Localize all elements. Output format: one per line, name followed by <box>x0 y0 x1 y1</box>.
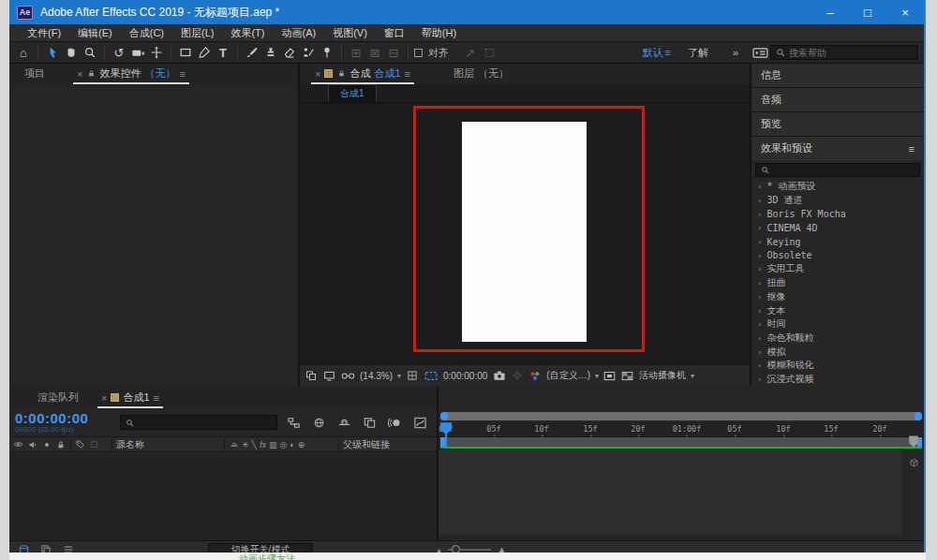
category-item[interactable]: ›时间 <box>751 317 924 332</box>
category-item[interactable]: ›Keying <box>751 235 924 249</box>
close-button[interactable]: × <box>886 0 924 24</box>
effects-search-input[interactable] <box>772 165 915 175</box>
tab-composition[interactable]: × 合成 合成1 ≡ <box>309 64 416 84</box>
roto-brush-tool-icon[interactable] <box>300 44 317 61</box>
work-area-bar[interactable] <box>440 437 922 449</box>
eraser-tool-icon[interactable] <box>281 44 298 61</box>
tab-timeline-comp[interactable]: × 合成1 ≡ <box>96 388 165 408</box>
category-item[interactable]: ›抠像 <box>751 290 924 304</box>
category-item[interactable]: ›模糊和锐化 <box>751 359 924 373</box>
category-item[interactable]: ›CINEMA 4D <box>751 221 924 235</box>
composition-canvas[interactable] <box>462 122 587 342</box>
menu-window[interactable]: 窗口 <box>376 26 413 40</box>
panel-info[interactable]: 信息 <box>751 64 924 87</box>
tab-project[interactable]: 项目 <box>19 64 51 84</box>
comp-button-icon[interactable] <box>909 455 919 472</box>
mini-flowchart-icon[interactable] <box>285 414 302 431</box>
shy-switch-icon[interactable] <box>229 439 239 449</box>
rotate-tool-icon[interactable]: ↺ <box>111 44 127 61</box>
time-navigator[interactable] <box>440 412 922 420</box>
category-item[interactable]: ›扭曲 <box>751 276 924 290</box>
frame-blending-icon[interactable] <box>361 414 378 431</box>
motion-blur-icon[interactable] <box>386 414 403 431</box>
category-item[interactable]: ›模拟 <box>751 345 924 359</box>
close-tab-icon[interactable]: × <box>101 392 107 404</box>
layer-list-empty[interactable] <box>9 452 437 540</box>
motion-blur-switch-icon[interactable]: ◎ <box>280 440 288 449</box>
snap-checkbox[interactable] <box>414 49 423 57</box>
comp-marker-bin-icon[interactable] <box>907 435 920 452</box>
category-item[interactable]: ›3D 通道 <box>751 194 924 208</box>
graph-editor-icon[interactable] <box>411 414 428 431</box>
grid-options-icon[interactable] <box>406 367 419 384</box>
lock-column-icon[interactable] <box>55 439 66 449</box>
type-tool-icon[interactable]: T <box>215 44 231 61</box>
workspace-switcher-icon[interactable] <box>751 44 768 61</box>
label-column-icon[interactable] <box>75 439 85 449</box>
maximize-button[interactable]: □ <box>849 0 886 24</box>
category-item[interactable]: ›杂色和颗粒 <box>751 332 924 346</box>
tab-effect-controls[interactable]: × 效果控件 （无） ≡ <box>71 64 191 84</box>
tab-layer[interactable]: 图层 （无） <box>448 64 514 84</box>
frame-blend-switch-icon[interactable]: ▥ <box>269 440 277 449</box>
menu-help[interactable]: 帮助(H) <box>413 26 465 40</box>
menu-effect[interactable]: 效果(T) <box>222 26 273 40</box>
time-ruler[interactable]: 00f 05f 10f 15f 20f 01:00f 05f 10f 15f 2… <box>439 422 924 437</box>
3d-layer-switch-icon[interactable]: ⊕ <box>298 440 305 449</box>
navigator-end-handle[interactable] <box>915 412 922 420</box>
chevron-down-icon[interactable]: ▾ <box>397 372 401 380</box>
timeline-track-area[interactable] <box>439 449 901 535</box>
zoom-slider-track[interactable] <box>448 549 491 551</box>
help-search-box[interactable] <box>770 45 918 60</box>
audio-mute-icon[interactable] <box>27 439 37 449</box>
transparency-grid-icon[interactable] <box>621 367 634 384</box>
pan-behind-tool-icon[interactable] <box>148 44 165 61</box>
panel-preview[interactable]: 预览 <box>751 112 924 136</box>
shy-layers-icon[interactable] <box>335 414 352 431</box>
timeline-search-input[interactable] <box>137 418 273 428</box>
mask-visibility-icon[interactable] <box>424 367 439 384</box>
close-tab-icon[interactable]: × <box>315 68 320 80</box>
solo-icon[interactable] <box>41 439 52 449</box>
navigator-start-handle[interactable] <box>440 412 448 420</box>
source-name-column[interactable]: 源名称 <box>116 438 144 451</box>
selection-tool-icon[interactable] <box>44 44 61 61</box>
current-timecode[interactable]: 0:00:00:00 <box>15 411 112 425</box>
menu-file[interactable]: 文件(F) <box>19 26 69 40</box>
home-icon[interactable]: ⌂ <box>15 44 32 61</box>
menu-composition[interactable]: 合成(C) <box>121 26 172 40</box>
minimize-button[interactable]: – <box>811 0 849 24</box>
channels-icon[interactable] <box>528 367 542 384</box>
category-item[interactable]: ›* 动画预设 <box>751 180 924 194</box>
viewer-timecode[interactable]: 0:00:00:00 <box>443 371 487 381</box>
zoom-tool-icon[interactable] <box>82 44 98 61</box>
zoom-level[interactable]: (14.3%) <box>360 371 393 381</box>
menu-edit[interactable]: 编辑(E) <box>69 26 121 40</box>
hand-tool-icon[interactable] <box>63 44 80 61</box>
composition-viewer[interactable] <box>300 103 750 365</box>
quality-switch-icon[interactable]: ╲ <box>252 440 257 449</box>
monitor-icon[interactable] <box>322 367 335 384</box>
brush-tool-icon[interactable] <box>244 44 260 61</box>
puppet-pin-tool-icon[interactable] <box>319 44 335 61</box>
close-tab-icon[interactable]: × <box>77 68 82 80</box>
menu-view[interactable]: 视图(V) <box>324 26 376 40</box>
panel-menu-icon[interactable]: ≡ <box>154 392 159 404</box>
help-search-input[interactable] <box>789 48 914 58</box>
effects-search-box[interactable] <box>755 163 920 177</box>
draft-3d-icon[interactable] <box>310 414 327 431</box>
workspace-learn[interactable]: 了解 <box>688 46 708 60</box>
panel-menu-icon[interactable]: ≡ <box>405 68 410 80</box>
menu-layer[interactable]: 图层(L) <box>172 26 222 40</box>
resolution-select[interactable]: (自定义…) <box>546 369 590 382</box>
active-camera-select[interactable]: 活动摄像机 <box>639 369 686 382</box>
region-of-interest-icon[interactable] <box>603 367 617 384</box>
parent-link-column[interactable]: 父级和链接 <box>343 438 390 451</box>
effects-presets-title[interactable]: 效果和预设 <box>761 141 812 155</box>
goggles-icon[interactable] <box>340 367 355 384</box>
comp-subtab[interactable]: 合成1 <box>328 84 377 102</box>
collapse-switch-icon[interactable]: ✳ <box>242 440 249 449</box>
menu-animation[interactable]: 动画(A) <box>274 26 325 40</box>
category-item[interactable]: ›实用工具 <box>751 262 924 276</box>
pen-tool-icon[interactable] <box>196 44 213 61</box>
